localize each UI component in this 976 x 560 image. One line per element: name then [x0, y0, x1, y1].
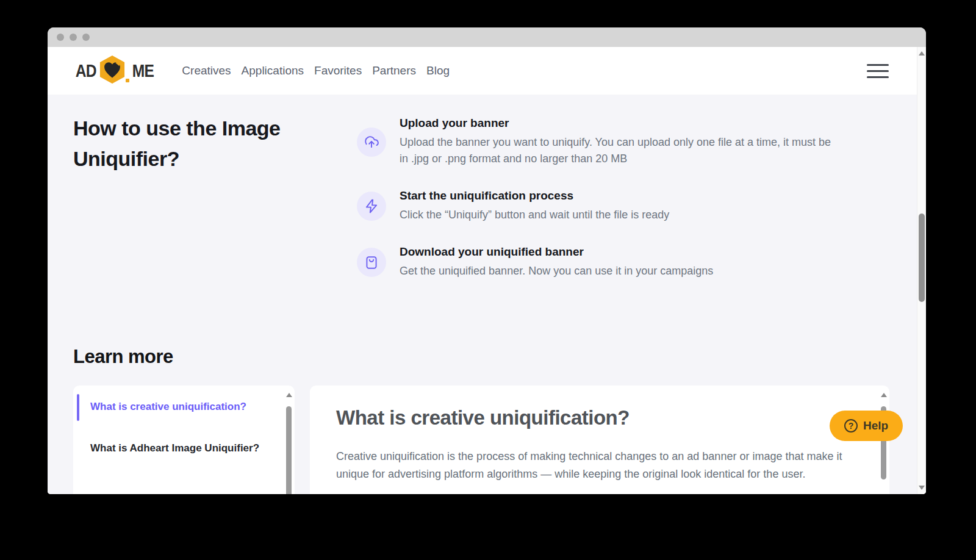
step-text: Start the uniquification process Click t… [400, 189, 669, 223]
step-text: Upload your banner Upload the banner you… [400, 117, 839, 167]
article-scrollbar[interactable] [880, 390, 888, 494]
step-title: Upload your banner [400, 117, 839, 130]
nav-item-partners[interactable]: Partners [372, 64, 416, 77]
learn-more-heading: Learn more [73, 346, 173, 368]
adheart-logo[interactable]: AD ME [73, 55, 156, 87]
window-control-dot[interactable] [82, 34, 90, 41]
nav-item-applications[interactable]: Applications [242, 64, 304, 77]
article-title: What is creative uniquification? [336, 406, 630, 429]
step-upload: Upload your banner Upload the banner you… [357, 117, 839, 167]
topics-list-card: What is creative uniquification? What is… [73, 386, 295, 494]
site-header: AD ME Creatives Applications Favorites [48, 47, 917, 95]
nav-item-creatives[interactable]: Creatives [182, 64, 231, 77]
bag-icon [357, 248, 386, 277]
webpage: AD ME Creatives Applications Favorites [48, 47, 917, 494]
question-circle-icon: ? [844, 419, 858, 433]
window-titlebar[interactable] [48, 27, 926, 47]
scroll-up-arrow-icon[interactable] [919, 51, 925, 56]
cloud-upload-icon [357, 127, 386, 157]
logo-dot [126, 79, 129, 82]
logo-text-suffix: ME [132, 60, 154, 81]
scroll-up-arrow-icon[interactable] [881, 393, 887, 397]
window-control-dot[interactable] [70, 34, 77, 41]
heart-hexagon-icon [99, 55, 126, 87]
main-nav: Creatives Applications Favorites Partner… [182, 64, 450, 77]
browser-viewport: AD ME Creatives Applications Favorites [48, 47, 926, 494]
scroll-up-arrow-icon[interactable] [286, 393, 292, 397]
how-to-steps: Upload your banner Upload the banner you… [357, 117, 839, 279]
lightning-icon [357, 192, 386, 221]
article-body: Creative uniquification is the process o… [336, 448, 873, 483]
scrollbar-thumb[interactable] [919, 214, 925, 302]
step-title: Start the uniquification process [400, 189, 669, 203]
nav-item-blog[interactable]: Blog [426, 64, 450, 77]
window-control-dot[interactable] [57, 34, 64, 41]
scrollbar-thumb[interactable] [286, 406, 292, 494]
step-uniquify: Start the uniquification process Click t… [357, 189, 839, 223]
scroll-down-arrow-icon[interactable] [919, 486, 925, 490]
step-download: Download your uniquified banner Get the … [357, 245, 839, 279]
browser-window: AD ME Creatives Applications Favorites [48, 27, 926, 494]
active-topic-indicator [77, 394, 79, 421]
page-content: How to use the Image Uniquifier? Upload … [48, 95, 917, 494]
page-title: How to use the Image Uniquifier? [73, 113, 323, 174]
step-description: Click the “Uniquify” button and wait unt… [400, 207, 669, 223]
topic-item-creative-uniquification[interactable]: What is creative uniquification? [90, 401, 273, 413]
nav-item-favorites[interactable]: Favorites [314, 64, 362, 77]
help-button-label: Help [863, 419, 888, 433]
topics-scrollbar[interactable] [285, 390, 293, 494]
article-card: What is creative uniquification? Creativ… [310, 386, 889, 494]
step-description: Upload the banner you want to uniquify. … [400, 134, 839, 167]
step-title: Download your uniquified banner [400, 245, 713, 259]
help-button[interactable]: ? Help [830, 411, 903, 441]
page-scrollbar[interactable] [917, 47, 926, 494]
topic-item-adheart-image-uniquifier[interactable]: What is Adheart Image Uniquifier? [90, 442, 273, 454]
step-description: Get the uniquified banner. Now you can u… [400, 263, 713, 279]
logo-text-prefix: AD [76, 60, 96, 81]
step-text: Download your uniquified banner Get the … [400, 245, 713, 279]
hamburger-menu-icon[interactable] [867, 64, 889, 78]
